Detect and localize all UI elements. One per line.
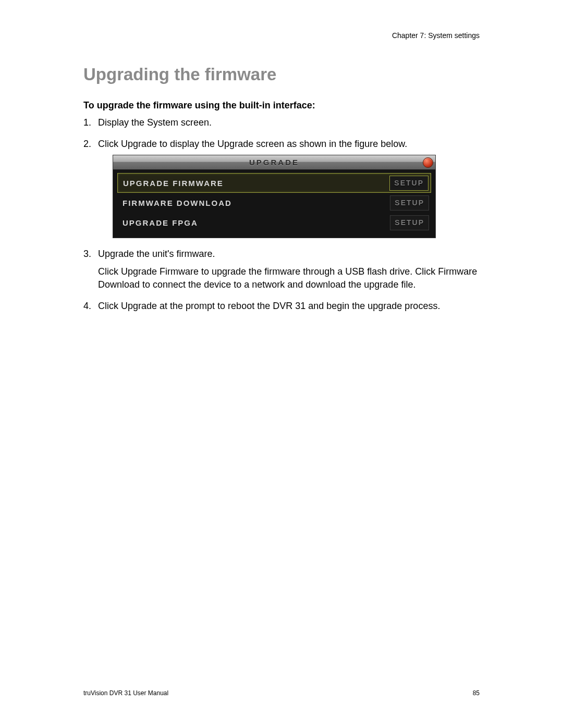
step-number: 1. (83, 116, 98, 133)
footer-page-number: 85 (473, 689, 480, 697)
row-upgrade-firmware[interactable]: UPGRADE FIRMWARE SETUP (117, 173, 431, 193)
setup-button[interactable]: SETUP (390, 215, 429, 231)
setup-button[interactable]: SETUP (390, 195, 429, 211)
step-text: Click Upgrade to display the Upgrade scr… (98, 138, 480, 151)
upgrade-title: UPGRADE (249, 157, 299, 168)
step-3: 3. Upgrade the unit's firmware. Click Up… (83, 248, 480, 295)
upgrade-screen-figure: UPGRADE UPGRADE FIRMWARE SETUP FIRMWARE … (113, 155, 436, 238)
step-text: Upgrade the unit's firmware. (98, 248, 480, 261)
procedure-heading: To upgrade the firmware using the built-… (83, 100, 480, 111)
step-text: Display the System screen. (98, 116, 480, 129)
upgrade-titlebar: UPGRADE (113, 155, 435, 170)
row-label: UPGRADE FPGA (119, 217, 198, 228)
row-firmware-download[interactable]: FIRMWARE DOWNLOAD SETUP (117, 193, 431, 213)
step-4: 4. Click Upgrade at the prompt to reboot… (83, 300, 480, 317)
page-title: Upgrading the firmware (83, 65, 480, 84)
step-number: 3. (83, 248, 98, 295)
row-label: FIRMWARE DOWNLOAD (119, 198, 232, 208)
footer-manual-title: truVision DVR 31 User Manual (83, 689, 168, 697)
setup-button[interactable]: SETUP (389, 176, 429, 191)
step-1: 1. Display the System screen. (83, 116, 480, 133)
close-icon[interactable] (423, 157, 433, 168)
step-number: 4. (83, 300, 98, 317)
chapter-header: Chapter 7: System settings (83, 31, 480, 40)
row-label: UPGRADE FIRMWARE (120, 178, 224, 189)
step-2: 2. Click Upgrade to display the Upgrade … (83, 138, 480, 243)
step-text: Click Upgrade Firmware to upgrade the fi… (98, 265, 480, 291)
row-upgrade-fpga[interactable]: UPGRADE FPGA SETUP (117, 213, 431, 232)
step-number: 2. (83, 138, 98, 243)
step-text: Click Upgrade at the prompt to reboot th… (98, 300, 480, 313)
